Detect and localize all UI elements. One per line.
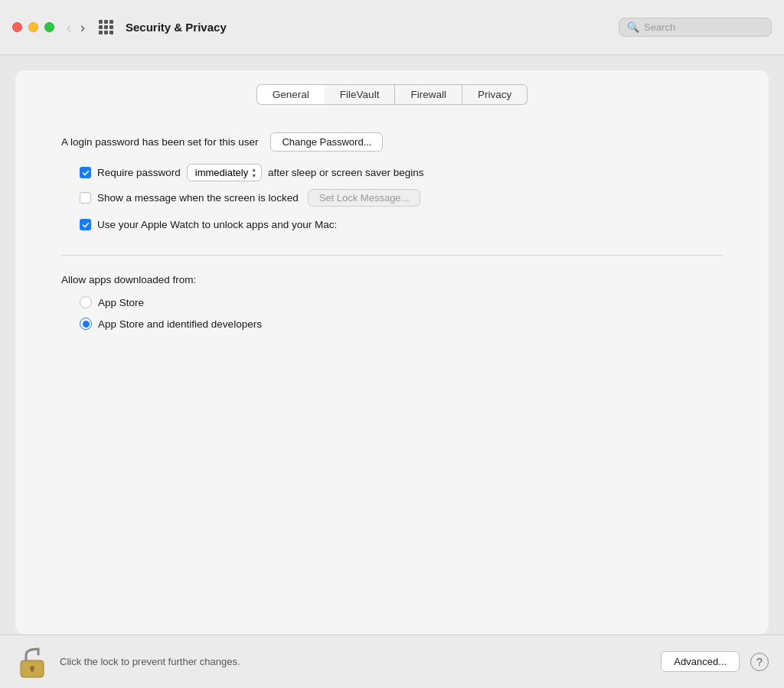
radio-appstore[interactable] <box>80 296 92 308</box>
minimize-button[interactable] <box>28 22 38 32</box>
apple-watch-label: Use your Apple Watch to unlock apps and … <box>97 219 337 230</box>
require-password-suffix: after sleep or screen saver begins <box>268 167 423 178</box>
section-divider <box>61 255 723 256</box>
set-lock-message-button: Set Lock Message... <box>308 189 421 207</box>
allow-apps-section: Allow apps downloaded from: App Store Ap… <box>61 274 723 339</box>
bottom-bar: Click the lock to prevent further change… <box>0 634 784 688</box>
content-area: General FileVault Firewall Privacy A log… <box>0 55 784 634</box>
apple-watch-checkbox[interactable] <box>80 219 91 230</box>
require-password-value: immediately <box>195 167 248 178</box>
radio-appstore-developers[interactable] <box>80 318 92 330</box>
login-password-label: A login password has been set for this u… <box>61 136 258 148</box>
window-title: Security & Privacy <box>126 21 619 34</box>
panel-body: A login password has been set for this u… <box>15 117 769 634</box>
show-message-label: Show a message when the screen is locked <box>97 192 299 204</box>
lock-icon[interactable] <box>15 643 49 681</box>
radio-appstore-developers-indicator <box>83 321 90 328</box>
require-password-checkbox[interactable] <box>80 167 91 178</box>
close-button[interactable] <box>12 22 22 32</box>
radio-appstore-label: App Store <box>98 297 144 308</box>
require-password-row: Require password immediately ▲ ▼ after s… <box>80 164 723 181</box>
nav-arrows: ‹ › <box>64 19 88 36</box>
search-icon: 🔍 <box>627 21 639 33</box>
title-bar: ‹ › Security & Privacy 🔍 <box>0 0 784 55</box>
search-bar[interactable]: 🔍 <box>619 18 772 37</box>
tab-filevault[interactable]: FileVault <box>325 84 396 105</box>
help-button[interactable]: ? <box>750 653 769 671</box>
tab-firewall[interactable]: Firewall <box>395 84 462 105</box>
back-button[interactable]: ‹ <box>64 19 74 36</box>
app-grid-button[interactable] <box>99 20 113 34</box>
search-input[interactable] <box>644 21 763 33</box>
tab-general[interactable]: General <box>256 84 325 105</box>
tab-privacy[interactable]: Privacy <box>462 84 528 105</box>
radio-appstore-developers-row: App Store and identified developers <box>80 318 723 330</box>
window-controls <box>12 22 54 32</box>
change-password-button[interactable]: Change Password... <box>270 132 383 152</box>
forward-button[interactable]: › <box>77 19 88 36</box>
require-password-dropdown[interactable]: immediately ▲ ▼ <box>187 164 262 181</box>
require-password-label: Require password <box>97 167 181 178</box>
show-message-checkbox[interactable] <box>80 192 91 204</box>
lock-text: Click the lock to prevent further change… <box>60 656 650 667</box>
radio-appstore-developers-label: App Store and identified developers <box>98 318 262 330</box>
login-password-row: A login password has been set for this u… <box>61 132 723 152</box>
maximize-button[interactable] <box>44 22 54 32</box>
advanced-button[interactable]: Advanced... <box>661 651 740 672</box>
svg-rect-2 <box>31 668 34 672</box>
allow-apps-title: Allow apps downloaded from: <box>61 274 723 285</box>
settings-panel: General FileVault Firewall Privacy A log… <box>15 70 769 634</box>
tab-bar: General FileVault Firewall Privacy <box>15 70 769 117</box>
show-message-row: Show a message when the screen is locked… <box>80 189 723 207</box>
dropdown-arrows: ▲ ▼ <box>251 167 256 178</box>
radio-appstore-row: App Store <box>80 296 723 308</box>
apple-watch-row: Use your Apple Watch to unlock apps and … <box>80 219 723 230</box>
